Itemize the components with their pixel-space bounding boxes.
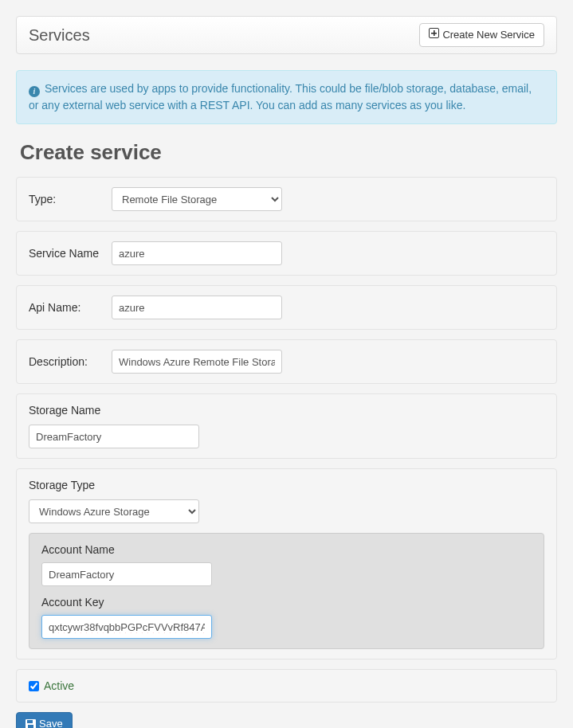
storage-type-select[interactable]: Windows Azure Storage — [29, 499, 199, 523]
account-key-input[interactable] — [41, 615, 212, 639]
active-label: Active — [44, 679, 74, 692]
page-header-title: Services — [29, 26, 90, 45]
service-name-input[interactable] — [112, 241, 282, 265]
page-title: Create service — [20, 140, 557, 165]
type-select[interactable]: Remote File Storage — [112, 187, 282, 211]
info-banner: i Services are used by apps to provide f… — [16, 70, 557, 124]
description-label: Description: — [29, 355, 102, 368]
credentials-box: Account Name Account Key — [29, 533, 544, 649]
description-input[interactable] — [112, 350, 282, 374]
save-icon — [26, 719, 36, 728]
account-name-input[interactable] — [41, 562, 212, 586]
account-key-label: Account Key — [41, 596, 532, 609]
save-button[interactable]: Save — [16, 712, 73, 728]
active-checkbox[interactable] — [29, 681, 39, 691]
account-name-label: Account Name — [41, 543, 532, 556]
save-button-label: Save — [39, 717, 63, 728]
service-name-label: Service Name — [29, 247, 102, 260]
api-name-label: Api Name: — [29, 301, 102, 314]
info-banner-text: Services are used by apps to provide fun… — [29, 82, 532, 112]
info-icon: i — [29, 86, 40, 97]
type-label: Type: — [29, 193, 102, 205]
create-new-service-button[interactable]: Create New Service — [419, 23, 544, 47]
create-button-label: Create New Service — [442, 28, 535, 42]
storage-name-label: Storage Name — [29, 404, 544, 417]
api-name-input[interactable] — [112, 296, 282, 319]
storage-name-input[interactable] — [29, 425, 199, 448]
storage-type-label: Storage Type — [29, 479, 544, 491]
plus-icon — [429, 28, 439, 42]
